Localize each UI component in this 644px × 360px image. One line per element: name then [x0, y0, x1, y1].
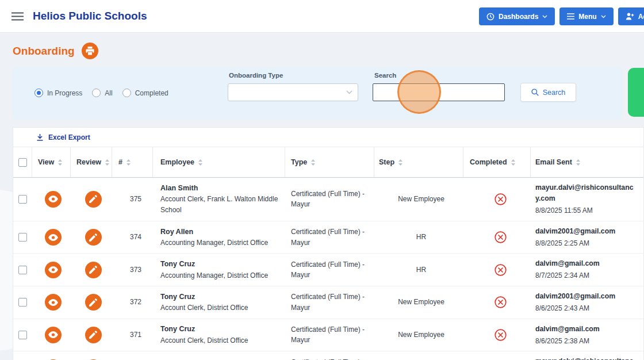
- email-address: dalvim2001@gmail.com: [535, 291, 638, 302]
- employee-type: Certificated (Full Time) - Mayur: [285, 255, 374, 285]
- employee-title: Accounting Manager, District Office: [160, 270, 278, 281]
- onboarding-type-label: Onboarding Type: [229, 72, 283, 79]
- review-button[interactable]: [85, 229, 102, 246]
- review-button[interactable]: [85, 191, 102, 208]
- table-row: 374 Roy Allen Accounting Manager, Distri…: [13, 221, 643, 254]
- clock-icon: [486, 13, 494, 21]
- employee-cell: Tony Cruz Accounting Manager, District O…: [153, 254, 285, 285]
- email-sent-cell: dalvim2001@gmail.com 8/6/2025 2:43 AM: [531, 286, 643, 319]
- row-number: 374: [112, 227, 153, 247]
- column-header-employee[interactable]: Employee: [153, 147, 285, 177]
- edit-pencil-icon: [89, 266, 97, 274]
- page-title: Onboarding: [13, 45, 75, 58]
- onboarding-step: New Employee: [374, 189, 463, 209]
- hamburger-menu-icon[interactable]: [12, 12, 24, 21]
- search-button-label: Search: [543, 89, 566, 97]
- column-label: Type: [291, 158, 307, 166]
- column-label: Employee: [160, 158, 194, 166]
- column-header-email-sent[interactable]: Email Sent: [531, 147, 643, 177]
- edit-pencil-icon: [89, 195, 97, 203]
- column-label: Completed: [470, 158, 507, 166]
- sort-icon: [398, 159, 402, 166]
- row-checkbox[interactable]: [18, 195, 27, 204]
- review-button[interactable]: [85, 294, 102, 311]
- select-all-checkbox[interactable]: [18, 158, 27, 167]
- row-checkbox[interactable]: [18, 266, 27, 274]
- column-label: Step: [379, 158, 394, 166]
- row-checkbox-cell: [13, 293, 32, 311]
- email-address: dalvim@gmail.com: [535, 258, 638, 269]
- radio-in-progress[interactable]: In Progress: [34, 89, 82, 97]
- employee-type: Certificated (Full Time) - Mayur: [285, 184, 374, 215]
- actions-button[interactable]: Act: [618, 7, 644, 25]
- row-checkbox[interactable]: [18, 331, 27, 339]
- employee-name: Tony Cruz: [160, 292, 278, 302]
- chevron-down-icon: [601, 15, 606, 18]
- column-header-review[interactable]: Review: [71, 147, 112, 177]
- search-icon: [531, 89, 539, 96]
- employee-type: Certificated (Full Time) - Mayur: [285, 287, 374, 317]
- email-date: 8/6/2025 2:38 AM: [535, 336, 638, 347]
- view-cell: [32, 289, 71, 315]
- onboarding-step: New Employee: [374, 292, 463, 312]
- row-checkbox[interactable]: [18, 298, 27, 307]
- dashboards-button-label: Dashboards: [499, 13, 538, 21]
- filter-panel: In Progress All Completed Onboarding Typ…: [13, 67, 622, 119]
- row-number: 370: [112, 358, 153, 360]
- review-cell: [71, 289, 112, 315]
- employee-name: Tony Cruz: [160, 259, 278, 270]
- table-body: 375 Alan Smith Account Clerk, Frank L. W…: [13, 178, 643, 360]
- not-completed-icon: [494, 296, 507, 308]
- search-button[interactable]: Search: [520, 83, 576, 102]
- sort-icon: [58, 159, 62, 166]
- column-header-view[interactable]: View: [32, 147, 71, 177]
- employee-title: Account Clerk, Frank L. Walton Middle Sc…: [160, 194, 278, 215]
- eye-icon: [48, 234, 58, 241]
- search-input[interactable]: [373, 83, 505, 101]
- column-label: Email Sent: [535, 158, 572, 166]
- radio-completed[interactable]: Completed: [122, 89, 168, 97]
- menu-button[interactable]: Menu: [559, 7, 613, 25]
- printer-icon: [86, 47, 94, 55]
- row-checkbox-cell: [13, 190, 32, 208]
- status-radio: [122, 89, 131, 97]
- actions-button-label: Act: [638, 13, 644, 21]
- sort-icon: [126, 159, 131, 166]
- review-button[interactable]: [85, 327, 102, 343]
- sort-icon: [311, 159, 315, 166]
- column-header-step[interactable]: Step: [374, 147, 463, 177]
- eye-icon: [48, 299, 58, 306]
- not-completed-icon: [494, 329, 507, 341]
- column-header-number[interactable]: #: [112, 147, 153, 177]
- dashboards-button[interactable]: Dashboards: [479, 7, 555, 25]
- edit-pencil-icon: [89, 331, 97, 339]
- employee-cell: Tony Cruz Account Clerk, District Office: [153, 287, 285, 318]
- menu-lines-icon: [567, 13, 574, 20]
- email-date: 8/6/2025 2:43 AM: [535, 303, 638, 314]
- view-button[interactable]: [45, 327, 62, 343]
- row-checkbox-cell: [13, 326, 32, 344]
- review-cell: [71, 355, 112, 360]
- column-label: Review: [76, 158, 101, 166]
- view-cell: [32, 322, 71, 348]
- view-button[interactable]: [45, 294, 62, 311]
- onboarding-step: New Employee: [374, 325, 463, 345]
- header-nav: Dashboards Menu Act: [479, 7, 644, 25]
- row-checkbox[interactable]: [18, 233, 27, 242]
- sort-icon: [198, 159, 202, 166]
- column-header-type[interactable]: Type: [285, 147, 374, 177]
- sort-icon: [511, 159, 515, 166]
- completed-cell: [463, 259, 531, 281]
- onboarding-type-select[interactable]: [228, 83, 358, 101]
- print-button[interactable]: [82, 43, 98, 59]
- not-completed-icon: [494, 264, 507, 276]
- toast-edge: [628, 68, 644, 117]
- view-button[interactable]: [45, 191, 62, 208]
- radio-all[interactable]: All: [92, 89, 112, 97]
- employee-cell: Tony Cruz Account Clerk, District Office: [153, 319, 285, 350]
- view-button[interactable]: [45, 229, 62, 246]
- excel-export-button[interactable]: Excel Export: [13, 128, 643, 147]
- review-button[interactable]: [85, 262, 102, 278]
- column-header-completed[interactable]: Completed: [463, 147, 531, 177]
- view-button[interactable]: [45, 262, 62, 278]
